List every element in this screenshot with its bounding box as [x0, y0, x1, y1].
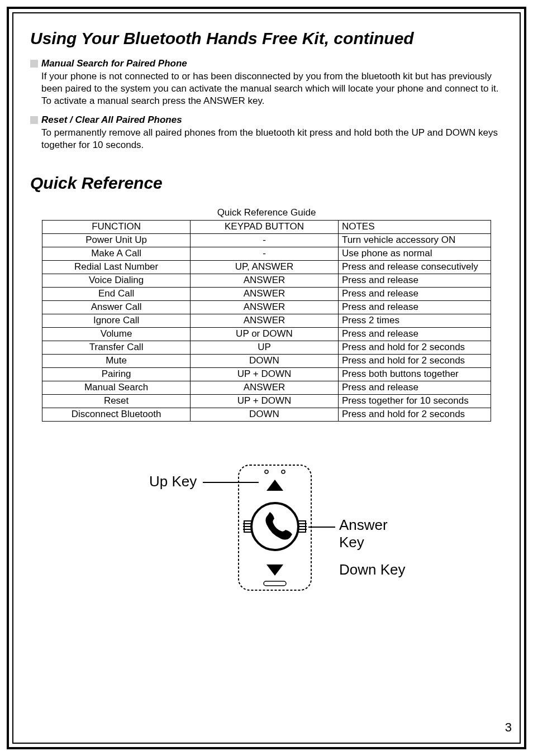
- cell-kb: ANSWER: [191, 314, 339, 327]
- cell-nt: Press and release: [338, 327, 491, 341]
- col-notes: NOTES: [338, 220, 491, 233]
- table-row: Voice DialingANSWERPress and release: [42, 274, 491, 287]
- section-heading: Manual Search for Paired Phone: [41, 58, 187, 69]
- table-row: Disconnect BluetoothDOWNPress and hold f…: [42, 408, 491, 421]
- table-row: PairingUP + DOWNPress both buttons toget…: [42, 367, 491, 381]
- cell-kb: UP + DOWN: [191, 394, 339, 408]
- cell-kb: UP + DOWN: [191, 367, 339, 381]
- cell-nt: Press and hold for 2 seconds: [338, 354, 491, 367]
- table-row: Ignore CallANSWERPress 2 times: [42, 314, 491, 327]
- cell-fn: Pairing: [42, 367, 191, 381]
- cell-fn: Reset: [42, 394, 191, 408]
- cell-kb: -: [191, 233, 339, 247]
- cell-fn: Voice Dialing: [42, 274, 191, 287]
- col-function: FUNCTION: [42, 220, 191, 233]
- cell-nt: Press both buttons together: [338, 367, 491, 381]
- col-keypad: KEYPAD BUTTON: [191, 220, 339, 233]
- keypad-diagram: Up Key: [30, 461, 503, 606]
- cell-fn: Make A Call: [42, 247, 191, 260]
- table-row: VolumeUP or DOWNPress and release: [42, 327, 491, 341]
- table-header-row: FUNCTION KEYPAD BUTTON NOTES: [42, 220, 491, 233]
- cell-nt: Press and release consecutively: [338, 260, 491, 274]
- table-row: MuteDOWNPress and hold for 2 seconds: [42, 354, 491, 367]
- cell-nt: Press and hold for 2 seconds: [338, 408, 491, 421]
- cell-fn: Ignore Call: [42, 314, 191, 327]
- cell-kb: DOWN: [191, 354, 339, 367]
- bullet-icon: [30, 60, 38, 68]
- cell-nt: Press and release: [338, 274, 491, 287]
- cell-fn: Volume: [42, 327, 191, 341]
- quick-reference-table: FUNCTION KEYPAD BUTTON NOTES Power Unit …: [42, 220, 491, 422]
- cell-kb: ANSWER: [191, 300, 339, 314]
- page-number: 3: [505, 720, 512, 735]
- section-body: If your phone is not connected to or has…: [41, 70, 503, 107]
- cell-fn: Transfer Call: [42, 341, 191, 354]
- cell-nt: Press and release: [338, 287, 491, 300]
- up-arrow-icon: [266, 480, 283, 491]
- table-row: Answer CallANSWERPress and release: [42, 300, 491, 314]
- table-row: Redial Last NumberUP, ANSWERPress and re…: [42, 260, 491, 274]
- cell-kb: ANSWER: [191, 287, 339, 300]
- table-row: ResetUP + DOWNPress together for 10 seco…: [42, 394, 491, 408]
- cell-nt: Turn vehicle accessory ON: [338, 233, 491, 247]
- mic-slot-icon: [264, 581, 286, 586]
- cell-fn: End Call: [42, 287, 191, 300]
- label-up-key: Up Key: [149, 473, 197, 490]
- cell-nt: Press and hold for 2 seconds: [338, 341, 491, 354]
- section-manual-search: Manual Search for Paired Phone If your p…: [30, 58, 503, 107]
- phone-icon: [265, 512, 292, 540]
- cell-nt: Press 2 times: [338, 314, 491, 327]
- leader-line: [308, 527, 335, 528]
- speaker-dot-icon: [282, 470, 285, 473]
- cell-kb: ANSWER: [191, 274, 339, 287]
- section-reset: Reset / Clear All Paired Phones To perma…: [30, 114, 503, 151]
- cell-nt: Press together for 10 seconds: [338, 394, 491, 408]
- section-body: To permanently remove all paired phones …: [41, 127, 503, 151]
- table-row: Power Unit Up-Turn vehicle accessory ON: [42, 233, 491, 247]
- table-row: Manual SearchANSWERPress and release: [42, 381, 491, 394]
- cell-fn: Manual Search: [42, 381, 191, 394]
- page: Using Your Bluetooth Hands Free Kit, con…: [0, 0, 533, 756]
- table-row: Make A Call-Use phone as normal: [42, 247, 491, 260]
- cell-kb: ANSWER: [191, 381, 339, 394]
- cell-kb: UP or DOWN: [191, 327, 339, 341]
- cell-fn: Mute: [42, 354, 191, 367]
- bullet-icon: [30, 116, 38, 124]
- speaker-dot-icon: [265, 470, 268, 473]
- cell-nt: Press and release: [338, 381, 491, 394]
- cell-fn: Redial Last Number: [42, 260, 191, 274]
- outer-border: Using Your Bluetooth Hands Free Kit, con…: [7, 7, 526, 749]
- section-heading: Reset / Clear All Paired Phones: [41, 114, 182, 126]
- page-title: Using Your Bluetooth Hands Free Kit, con…: [30, 29, 503, 48]
- cell-fn: Disconnect Bluetooth: [42, 408, 191, 421]
- label-answer-key: Answer Key: [339, 516, 412, 551]
- keypad-icon: [233, 461, 317, 595]
- cell-fn: Answer Call: [42, 300, 191, 314]
- down-arrow-icon: [266, 564, 283, 576]
- quick-reference-title: Quick Reference: [30, 174, 503, 193]
- table-row: End CallANSWERPress and release: [42, 287, 491, 300]
- cell-kb: UP, ANSWER: [191, 260, 339, 274]
- cell-nt: Press and release: [338, 300, 491, 314]
- label-down-key: Down Key: [339, 561, 406, 578]
- cell-kb: DOWN: [191, 408, 339, 421]
- cell-fn: Power Unit Up: [42, 233, 191, 247]
- cell-kb: -: [191, 247, 339, 260]
- cell-kb: UP: [191, 341, 339, 354]
- table-row: Transfer CallUPPress and hold for 2 seco…: [42, 341, 491, 354]
- inner-border: Using Your Bluetooth Hands Free Kit, con…: [12, 12, 521, 744]
- cell-nt: Use phone as normal: [338, 247, 491, 260]
- table-caption: Quick Reference Guide: [30, 207, 503, 218]
